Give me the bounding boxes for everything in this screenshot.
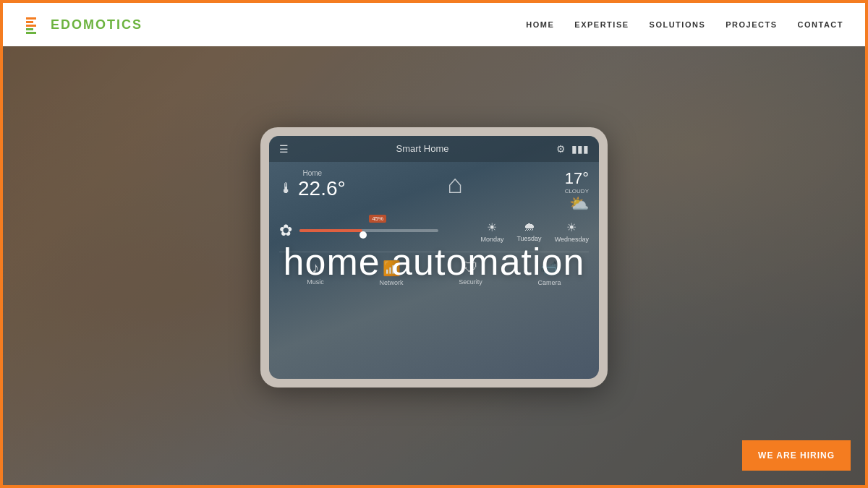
slider-fill xyxy=(299,229,362,232)
fan-icon: ✿ xyxy=(279,221,292,240)
svg-rect-2 xyxy=(26,25,36,27)
slider-thumb xyxy=(359,231,367,239)
monday-icon: ☀ xyxy=(480,221,503,234)
logo-icon xyxy=(25,14,45,35)
slider-track xyxy=(299,229,438,232)
nav-projects[interactable]: PROJECTS xyxy=(726,20,777,29)
svg-rect-4 xyxy=(26,32,36,34)
cloud-icon: ⛅ xyxy=(565,194,589,213)
tuesday-icon: 🌧 xyxy=(516,221,541,234)
main-nav: HOME EXPERTISE SOLUTIONS PROJECTS CONTAC… xyxy=(526,20,843,29)
house-icon: ⌂ xyxy=(447,169,463,200)
hero-section: ☰ Smart Home ⚙ ▮▮▮ Home xyxy=(3,3,865,485)
svg-rect-3 xyxy=(26,28,33,30)
logo-area[interactable]: EDOMOTICS xyxy=(25,14,142,35)
humidity-slider: 45% xyxy=(299,225,473,236)
settings-icon: ⚙ xyxy=(556,143,566,155)
tablet-statusbar: ☰ Smart Home ⚙ ▮▮▮ xyxy=(269,136,599,162)
logo-text: EDOMOTICS xyxy=(51,17,142,33)
svg-rect-1 xyxy=(26,21,33,23)
hero-main-text: home automation xyxy=(284,240,585,283)
home-label: Home xyxy=(279,169,346,177)
hiring-button[interactable]: WE ARE HIRING xyxy=(742,440,851,471)
nav-solutions[interactable]: SOLUTIONS xyxy=(650,20,706,29)
temp-right: 17° xyxy=(565,169,589,188)
condition-label: CLOUDY xyxy=(565,188,589,194)
weather-left: Home 🌡 22.6° xyxy=(279,169,346,200)
site-header: EDOMOTICS HOME EXPERTISE SOLUTIONS PROJE… xyxy=(3,3,865,46)
battery-icon: ▮▮▮ xyxy=(571,143,589,155)
hamburger-icon: ☰ xyxy=(279,143,289,155)
tablet-status-icons: ⚙ ▮▮▮ xyxy=(556,143,589,155)
slider-tooltip: 45% xyxy=(369,215,386,223)
house-icon-area: ⌂ xyxy=(447,169,463,200)
nav-contact[interactable]: CONTACT xyxy=(798,20,843,29)
svg-rect-0 xyxy=(26,17,36,20)
thermometer-icon: 🌡 xyxy=(279,180,294,197)
wednesday-icon: ☀ xyxy=(555,221,589,234)
nav-home[interactable]: HOME xyxy=(526,20,554,29)
temp-left: 22.6° xyxy=(298,177,346,200)
weather-right: 17° CLOUDY ⛅ xyxy=(565,169,589,213)
tablet-app-title: Smart Home xyxy=(396,143,449,154)
nav-expertise[interactable]: EXPERTISE xyxy=(574,20,629,29)
weather-row: Home 🌡 22.6° ⌂ xyxy=(279,169,589,213)
page-frame: ☰ Smart Home ⚙ ▮▮▮ Home xyxy=(3,3,865,485)
